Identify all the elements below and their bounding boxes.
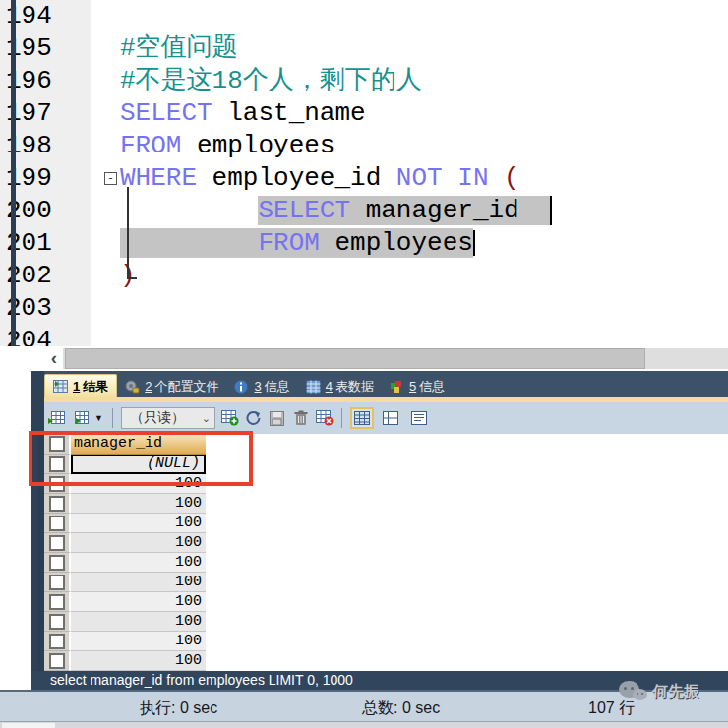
checkbox-icon[interactable] xyxy=(49,496,65,512)
tab-信息[interactable]: 5信息 xyxy=(382,375,453,397)
chevron-down-icon: ⌄ xyxy=(202,412,211,425)
checkbox-icon[interactable] xyxy=(49,516,65,531)
fold-margin xyxy=(91,130,120,162)
fold-margin[interactable]: - xyxy=(91,162,120,195)
row-checkbox-cell[interactable] xyxy=(44,434,71,455)
grid-header-row[interactable]: manager_id xyxy=(44,434,206,455)
tab-表数据[interactable]: 4表数据 xyxy=(298,375,382,397)
readonly-dropdown[interactable]: （只读） ⌄ xyxy=(121,407,215,429)
checkbox-icon[interactable] xyxy=(49,555,65,571)
grid-data-row[interactable]: 100 xyxy=(44,612,206,632)
row-checkbox-cell[interactable] xyxy=(44,592,71,612)
checkbox-icon[interactable] xyxy=(49,575,65,590)
manager-id-value-cell[interactable]: 100 xyxy=(71,592,206,612)
row-checkbox-cell[interactable] xyxy=(44,514,71,533)
editor-line[interactable]: 196#不是这18个人，剩下的人 xyxy=(0,65,728,97)
manager-id-value-cell[interactable]: 100 xyxy=(71,632,206,651)
editor-line[interactable]: 200 SELECT manager_id xyxy=(0,195,728,227)
column-header-manager-id[interactable]: manager_id xyxy=(71,434,206,455)
row-checkbox-cell[interactable] xyxy=(44,612,71,632)
grid-data-row[interactable]: (NULL) xyxy=(44,455,206,474)
checkbox-icon[interactable] xyxy=(49,535,65,551)
export-grid-icon[interactable] xyxy=(47,409,66,428)
editor-line[interactable]: 198FROM employees xyxy=(0,130,728,162)
grid-data-row[interactable]: 100 xyxy=(44,632,206,651)
row-checkbox-cell[interactable] xyxy=(44,455,71,474)
editor-line[interactable]: 204 xyxy=(0,325,728,346)
checkbox-icon[interactable] xyxy=(49,594,65,610)
editor-line[interactable]: 194 xyxy=(0,0,728,32)
grid-data-row[interactable]: 100 xyxy=(44,533,206,553)
editor-line[interactable]: 199-WHERE employee_id NOT IN ( xyxy=(0,162,728,195)
scroll-left-arrow-icon[interactable]: ‹ xyxy=(45,347,63,369)
tab-number: 1 xyxy=(73,379,80,394)
row-checkbox-cell[interactable] xyxy=(44,494,71,514)
code-text xyxy=(120,0,728,32)
manager-id-value-cell[interactable]: 100 xyxy=(71,514,206,533)
manager-id-value-cell[interactable]: 100 xyxy=(71,651,206,671)
fold-collapse-icon[interactable]: - xyxy=(104,172,117,185)
manager-id-value-cell[interactable]: 100 xyxy=(71,553,206,573)
grid-data-row[interactable]: 100 xyxy=(44,474,206,494)
checkbox-icon[interactable] xyxy=(49,476,65,492)
sqlyog-window: { "editor": { "lines": [ {"num":"194","s… xyxy=(0,0,728,728)
scrollbar-thumb[interactable] xyxy=(65,348,645,369)
code-text: ) xyxy=(120,260,728,292)
chevron-down-icon[interactable]: ▼ xyxy=(94,413,104,423)
grid-data-row[interactable]: 100 xyxy=(44,592,206,612)
fold-margin xyxy=(91,260,120,292)
grid-data-row[interactable]: 100 xyxy=(44,553,206,573)
manager-id-value-cell[interactable]: (NULL) xyxy=(71,455,206,474)
fold-margin xyxy=(91,0,120,32)
row-checkbox-cell[interactable] xyxy=(44,651,71,671)
manager-id-value-cell[interactable]: 100 xyxy=(71,533,206,553)
editor-lines: 194195#空值问题196#不是这18个人，剩下的人197SELECT las… xyxy=(0,0,728,346)
grid-data-row[interactable]: 100 xyxy=(44,651,206,671)
save-icon[interactable] xyxy=(268,409,286,428)
results-tab-bar: 1结果2个配置文件3信息4表数据5信息 xyxy=(44,371,728,397)
grid-data-row[interactable]: 100 xyxy=(44,494,206,514)
editor-line[interactable]: 202) xyxy=(0,260,728,292)
checkbox-icon[interactable] xyxy=(49,634,65,649)
grid-data-row[interactable]: 100 xyxy=(44,514,206,533)
editor-left-border xyxy=(11,0,16,346)
checkbox-icon[interactable] xyxy=(49,456,65,472)
editor-line[interactable]: 197SELECT last_name xyxy=(0,97,728,130)
row-checkbox-cell[interactable] xyxy=(44,553,71,573)
code-text: SELECT last_name xyxy=(120,97,728,130)
tab-个配置文件[interactable]: 2个配置文件 xyxy=(117,375,226,397)
row-checkbox-cell[interactable] xyxy=(44,474,71,494)
row-checkbox-cell[interactable] xyxy=(44,632,71,651)
manager-id-value-cell[interactable]: 100 xyxy=(71,573,206,592)
editor-line[interactable]: 203 xyxy=(0,292,728,325)
manager-id-value-cell[interactable]: 100 xyxy=(71,612,206,632)
tab-结果[interactable]: 1结果 xyxy=(44,374,117,397)
editor-line[interactable]: 201 FROM employees xyxy=(0,227,728,260)
result-grid[interactable]: manager_id(NULL)100100100100100100100100… xyxy=(44,434,206,671)
manager-id-value-cell[interactable]: 100 xyxy=(71,494,206,514)
checkbox-icon[interactable] xyxy=(49,653,65,669)
code-text: SELECT manager_id xyxy=(120,195,728,227)
editor-horizontal-scrollbar[interactable]: ‹ xyxy=(0,346,728,371)
grid-view-button[interactable] xyxy=(350,407,374,429)
delete-row-icon[interactable] xyxy=(291,409,310,428)
tab-信息[interactable]: 3信息 xyxy=(226,375,297,397)
results-grid-icon xyxy=(53,380,68,394)
manager-id-value-cell[interactable]: 100 xyxy=(71,474,206,494)
row-checkbox-cell[interactable] xyxy=(44,573,71,592)
text-caret xyxy=(473,230,475,256)
code-text xyxy=(120,292,728,325)
checkbox-icon[interactable] xyxy=(49,436,65,452)
text-view-button[interactable] xyxy=(407,407,431,429)
insert-row-icon[interactable] xyxy=(220,409,239,428)
code-text: #不是这18个人，剩下的人 xyxy=(120,65,728,97)
editor-line[interactable]: 195#空值问题 xyxy=(0,32,728,65)
form-view-button[interactable] xyxy=(379,407,402,429)
export-grid-options-icon[interactable] xyxy=(71,409,90,428)
checkbox-icon[interactable] xyxy=(49,614,65,630)
grid-data-row[interactable]: 100 xyxy=(44,573,206,592)
row-checkbox-cell[interactable] xyxy=(44,533,71,553)
sql-editor[interactable]: 194195#空值问题196#不是这18个人，剩下的人197SELECT las… xyxy=(0,0,728,346)
refresh-icon[interactable] xyxy=(244,409,263,428)
clear-grid-icon[interactable] xyxy=(315,409,334,428)
